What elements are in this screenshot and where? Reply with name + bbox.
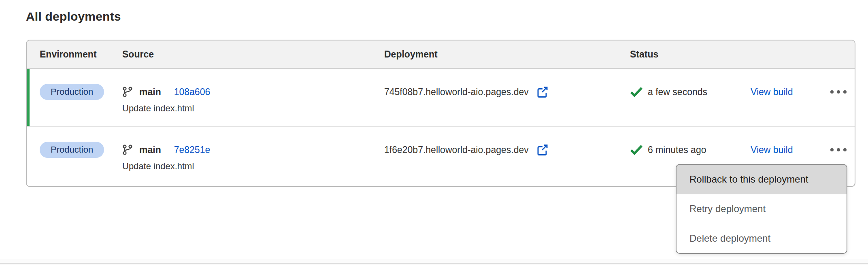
branch-name: main [139,87,161,98]
commit-link[interactable]: 7e8251e [174,145,211,155]
row-actions-ellipsis-button[interactable] [829,142,848,158]
branch-name: main [139,145,161,155]
external-link-icon[interactable] [535,85,549,99]
menu-item-retry[interactable]: Retry deployment [677,194,847,224]
header-deployment: Deployment [384,49,630,60]
commit-message: Update index.html [122,161,384,172]
check-icon [630,87,643,97]
table-header-row: Environment Source Deployment Status [27,40,855,69]
commit-link[interactable]: 108a606 [174,87,211,98]
page-bottom-divider [0,259,868,264]
table-row: Production main 108a606 Update index.htm… [27,69,855,127]
header-environment: Environment [27,49,122,60]
check-icon [630,145,643,155]
ellipsis-icon [830,90,834,94]
external-link-icon[interactable] [535,143,549,157]
page-title: All deployments [26,10,121,23]
header-source: Source [122,49,384,60]
view-build-link[interactable]: View build [751,87,793,98]
view-build-link[interactable]: View build [751,145,793,155]
git-branch-icon [122,86,133,98]
environment-badge: Production [40,84,104,100]
status-time: a few seconds [648,87,707,98]
row-actions-menu: Rollback to this deployment Retry deploy… [676,164,847,254]
ellipsis-icon [830,148,834,151]
environment-badge: Production [40,142,104,158]
current-deployment-indicator [27,69,30,126]
commit-message: Update index.html [122,103,384,114]
menu-item-delete[interactable]: Delete deployment [677,223,847,253]
deployment-url: 1f6e20b7.helloworld-aio.pages.dev [384,145,529,155]
deployments-page: All deployments Environment Source Deplo… [0,0,868,268]
menu-item-rollback[interactable]: Rollback to this deployment [677,165,847,194]
git-branch-icon [122,144,133,155]
status-time: 6 minutes ago [648,145,706,155]
deployment-url: 745f08b7.helloworld-aio.pages.dev [384,87,529,98]
row-actions-ellipsis-button[interactable] [829,84,848,100]
header-status: Status [630,49,751,60]
